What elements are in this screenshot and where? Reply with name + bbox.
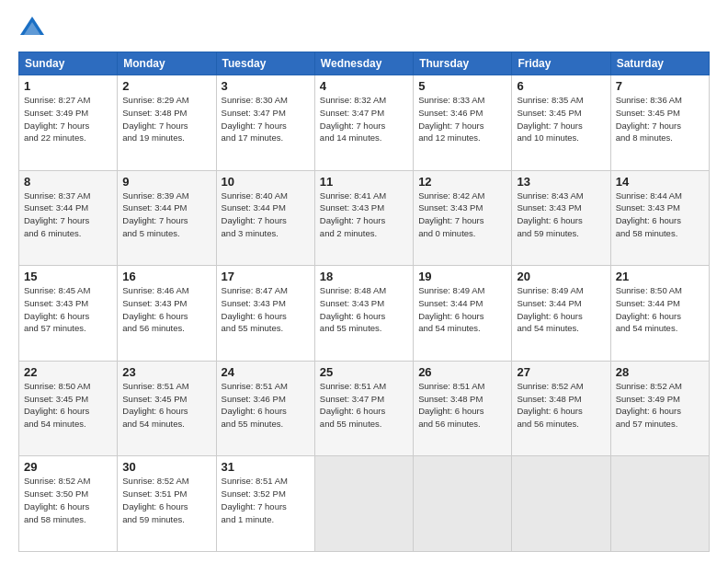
day-number: 27 [517, 365, 605, 379]
day-number: 9 [122, 175, 210, 189]
calendar-day-cell: 29Sunrise: 8:52 AM Sunset: 3:50 PM Dayli… [19, 456, 118, 552]
calendar-day-cell: 10Sunrise: 8:40 AM Sunset: 3:44 PM Dayli… [216, 170, 314, 266]
day-info: Sunrise: 8:51 AM Sunset: 3:47 PM Dayligh… [320, 380, 408, 431]
day-info: Sunrise: 8:42 AM Sunset: 3:43 PM Dayligh… [418, 190, 506, 240]
day-number: 4 [320, 79, 408, 93]
day-info: Sunrise: 8:49 AM Sunset: 3:44 PM Dayligh… [418, 284, 506, 335]
day-info: Sunrise: 8:51 AM Sunset: 3:52 PM Dayligh… [222, 475, 310, 525]
day-info: Sunrise: 8:35 AM Sunset: 3:45 PM Dayligh… [517, 94, 605, 144]
day-number: 3 [222, 79, 310, 93]
day-info: Sunrise: 8:52 AM Sunset: 3:48 PM Dayligh… [517, 380, 605, 431]
day-info: Sunrise: 8:47 AM Sunset: 3:43 PM Dayligh… [222, 284, 310, 335]
day-number: 29 [24, 460, 112, 474]
day-info: Sunrise: 8:36 AM Sunset: 3:45 PM Dayligh… [616, 94, 704, 144]
calendar-day-cell: 21Sunrise: 8:50 AM Sunset: 3:44 PM Dayli… [610, 266, 709, 362]
day-number: 8 [24, 175, 112, 189]
day-number: 31 [222, 460, 310, 474]
calendar-day-cell: 23Sunrise: 8:51 AM Sunset: 3:45 PM Dayli… [118, 361, 216, 456]
calendar-day-cell: 27Sunrise: 8:52 AM Sunset: 3:48 PM Dayli… [512, 361, 610, 456]
day-number: 13 [517, 175, 605, 189]
day-number: 23 [122, 365, 210, 379]
calendar-day-cell: 28Sunrise: 8:52 AM Sunset: 3:49 PM Dayli… [610, 361, 709, 456]
calendar-week-row: 1Sunrise: 8:27 AM Sunset: 3:49 PM Daylig… [19, 75, 710, 171]
day-number: 11 [320, 175, 408, 189]
calendar-day-cell: 14Sunrise: 8:44 AM Sunset: 3:43 PM Dayli… [610, 170, 709, 266]
calendar-day-cell: 15Sunrise: 8:45 AM Sunset: 3:43 PM Dayli… [19, 266, 118, 362]
calendar-week-row: 8Sunrise: 8:37 AM Sunset: 3:44 PM Daylig… [19, 170, 710, 266]
calendar-day-cell: 24Sunrise: 8:51 AM Sunset: 3:46 PM Dayli… [216, 361, 314, 456]
calendar-day-cell: 7Sunrise: 8:36 AM Sunset: 3:45 PM Daylig… [610, 75, 709, 171]
calendar-day-cell: 9Sunrise: 8:39 AM Sunset: 3:44 PM Daylig… [118, 170, 216, 266]
day-info: Sunrise: 8:33 AM Sunset: 3:46 PM Dayligh… [418, 94, 506, 144]
weekday-header: Wednesday [314, 52, 413, 75]
calendar-day-cell: 11Sunrise: 8:41 AM Sunset: 3:43 PM Dayli… [314, 170, 413, 266]
day-number: 1 [24, 79, 112, 93]
calendar-day-cell: 19Sunrise: 8:49 AM Sunset: 3:44 PM Dayli… [414, 266, 512, 362]
day-number: 22 [24, 365, 112, 379]
day-number: 19 [418, 270, 506, 283]
calendar: SundayMondayTuesdayWednesdayThursdayFrid… [18, 52, 710, 552]
page: SundayMondayTuesdayWednesdayThursdayFrid… [0, 0, 728, 563]
day-number: 17 [222, 270, 310, 283]
calendar-day-cell: 26Sunrise: 8:51 AM Sunset: 3:48 PM Dayli… [414, 361, 512, 456]
weekday-header: Tuesday [216, 52, 314, 75]
logo [18, 15, 50, 42]
calendar-day-cell: 6Sunrise: 8:35 AM Sunset: 3:45 PM Daylig… [512, 75, 610, 171]
day-number: 6 [517, 79, 605, 93]
weekday-header: Thursday [414, 52, 512, 75]
calendar-day-cell: 30Sunrise: 8:52 AM Sunset: 3:51 PM Dayli… [118, 456, 216, 552]
calendar-day-cell: 3Sunrise: 8:30 AM Sunset: 3:47 PM Daylig… [216, 75, 314, 171]
day-info: Sunrise: 8:30 AM Sunset: 3:47 PM Dayligh… [222, 94, 310, 144]
logo-icon [18, 15, 46, 42]
day-info: Sunrise: 8:49 AM Sunset: 3:44 PM Dayligh… [517, 284, 605, 335]
calendar-day-cell [314, 456, 413, 552]
day-number: 15 [24, 270, 112, 283]
day-number: 16 [122, 270, 210, 283]
calendar-header-row: SundayMondayTuesdayWednesdayThursdayFrid… [19, 52, 710, 75]
day-number: 2 [122, 79, 210, 93]
day-info: Sunrise: 8:39 AM Sunset: 3:44 PM Dayligh… [122, 190, 210, 240]
calendar-day-cell [512, 456, 610, 552]
calendar-day-cell: 20Sunrise: 8:49 AM Sunset: 3:44 PM Dayli… [512, 266, 610, 362]
day-number: 20 [517, 270, 605, 283]
day-number: 21 [616, 270, 704, 283]
day-number: 30 [122, 460, 210, 474]
day-info: Sunrise: 8:46 AM Sunset: 3:43 PM Dayligh… [122, 284, 210, 335]
calendar-day-cell: 13Sunrise: 8:43 AM Sunset: 3:43 PM Dayli… [512, 170, 610, 266]
calendar-day-cell: 12Sunrise: 8:42 AM Sunset: 3:43 PM Dayli… [414, 170, 512, 266]
calendar-day-cell: 5Sunrise: 8:33 AM Sunset: 3:46 PM Daylig… [414, 75, 512, 171]
day-info: Sunrise: 8:44 AM Sunset: 3:43 PM Dayligh… [616, 190, 704, 240]
calendar-week-row: 22Sunrise: 8:50 AM Sunset: 3:45 PM Dayli… [19, 361, 710, 456]
calendar-day-cell [610, 456, 709, 552]
day-info: Sunrise: 8:52 AM Sunset: 3:49 PM Dayligh… [616, 380, 704, 431]
calendar-day-cell: 4Sunrise: 8:32 AM Sunset: 3:47 PM Daylig… [314, 75, 413, 171]
day-info: Sunrise: 8:51 AM Sunset: 3:48 PM Dayligh… [418, 380, 506, 431]
weekday-header: Friday [512, 52, 610, 75]
day-info: Sunrise: 8:52 AM Sunset: 3:50 PM Dayligh… [24, 475, 112, 525]
day-number: 14 [616, 175, 704, 189]
day-info: Sunrise: 8:41 AM Sunset: 3:43 PM Dayligh… [320, 190, 408, 240]
calendar-day-cell: 17Sunrise: 8:47 AM Sunset: 3:43 PM Dayli… [216, 266, 314, 362]
weekday-header: Saturday [610, 52, 709, 75]
day-info: Sunrise: 8:50 AM Sunset: 3:44 PM Dayligh… [616, 284, 704, 335]
calendar-day-cell: 18Sunrise: 8:48 AM Sunset: 3:43 PM Dayli… [314, 266, 413, 362]
day-info: Sunrise: 8:29 AM Sunset: 3:48 PM Dayligh… [122, 94, 210, 144]
day-number: 12 [418, 175, 506, 189]
weekday-header: Monday [118, 52, 216, 75]
day-info: Sunrise: 8:52 AM Sunset: 3:51 PM Dayligh… [122, 475, 210, 525]
day-info: Sunrise: 8:51 AM Sunset: 3:46 PM Dayligh… [222, 380, 310, 431]
day-info: Sunrise: 8:40 AM Sunset: 3:44 PM Dayligh… [222, 190, 310, 240]
day-info: Sunrise: 8:51 AM Sunset: 3:45 PM Dayligh… [122, 380, 210, 431]
calendar-day-cell: 22Sunrise: 8:50 AM Sunset: 3:45 PM Dayli… [19, 361, 118, 456]
day-info: Sunrise: 8:32 AM Sunset: 3:47 PM Dayligh… [320, 94, 408, 144]
calendar-day-cell: 8Sunrise: 8:37 AM Sunset: 3:44 PM Daylig… [19, 170, 118, 266]
day-info: Sunrise: 8:43 AM Sunset: 3:43 PM Dayligh… [517, 190, 605, 240]
day-number: 24 [222, 365, 310, 379]
calendar-day-cell: 2Sunrise: 8:29 AM Sunset: 3:48 PM Daylig… [118, 75, 216, 171]
weekday-header: Sunday [19, 52, 118, 75]
day-info: Sunrise: 8:37 AM Sunset: 3:44 PM Dayligh… [24, 190, 112, 240]
day-number: 5 [418, 79, 506, 93]
day-number: 28 [616, 365, 704, 379]
calendar-week-row: 29Sunrise: 8:52 AM Sunset: 3:50 PM Dayli… [19, 456, 710, 552]
calendar-day-cell: 25Sunrise: 8:51 AM Sunset: 3:47 PM Dayli… [314, 361, 413, 456]
